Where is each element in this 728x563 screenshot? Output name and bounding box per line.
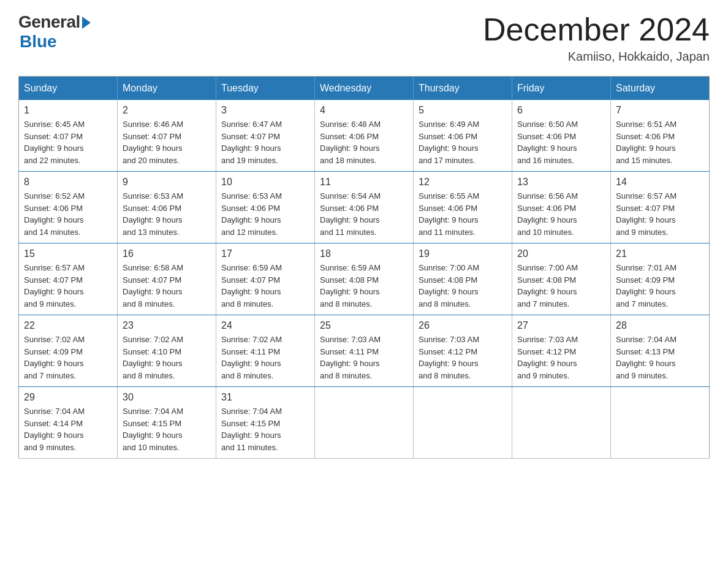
calendar-cell: 22 Sunrise: 7:02 AM Sunset: 4:09 PM Dayl… xyxy=(19,315,118,387)
calendar-cell: 4 Sunrise: 6:48 AM Sunset: 4:06 PM Dayli… xyxy=(315,100,414,172)
calendar-cell xyxy=(315,387,414,459)
calendar-cell: 18 Sunrise: 6:59 AM Sunset: 4:08 PM Dayl… xyxy=(315,243,414,315)
day-info: Sunrise: 6:57 AM Sunset: 4:07 PM Dayligh… xyxy=(616,190,704,238)
calendar-cell: 17 Sunrise: 6:59 AM Sunset: 4:07 PM Dayl… xyxy=(216,243,315,315)
title-section: December 2024 Kamiiso, Hokkaido, Japan xyxy=(483,12,710,64)
day-number: 22 xyxy=(24,320,112,331)
calendar-cell xyxy=(611,387,710,459)
calendar-cell: 25 Sunrise: 7:03 AM Sunset: 4:11 PM Dayl… xyxy=(315,315,414,387)
day-info: Sunrise: 6:57 AM Sunset: 4:07 PM Dayligh… xyxy=(24,262,112,310)
calendar-cell: 2 Sunrise: 6:46 AM Sunset: 4:07 PM Dayli… xyxy=(118,100,216,172)
calendar-cell xyxy=(512,387,611,459)
day-number: 24 xyxy=(221,320,309,331)
day-number: 30 xyxy=(123,392,211,403)
day-info: Sunrise: 6:53 AM Sunset: 4:06 PM Dayligh… xyxy=(123,190,211,238)
calendar-cell: 19 Sunrise: 7:00 AM Sunset: 4:08 PM Dayl… xyxy=(414,243,512,315)
day-number: 29 xyxy=(24,392,112,403)
day-number: 17 xyxy=(221,248,309,259)
header-friday: Friday xyxy=(512,77,611,101)
calendar-cell: 24 Sunrise: 7:02 AM Sunset: 4:11 PM Dayl… xyxy=(216,315,315,387)
calendar-cell: 28 Sunrise: 7:04 AM Sunset: 4:13 PM Dayl… xyxy=(611,315,710,387)
day-info: Sunrise: 6:52 AM Sunset: 4:06 PM Dayligh… xyxy=(24,190,112,238)
day-number: 7 xyxy=(616,105,704,116)
day-info: Sunrise: 7:02 AM Sunset: 4:10 PM Dayligh… xyxy=(123,334,211,381)
day-number: 2 xyxy=(123,105,211,116)
day-number: 9 xyxy=(123,177,211,188)
day-info: Sunrise: 7:02 AM Sunset: 4:11 PM Dayligh… xyxy=(221,334,309,381)
calendar-cell: 13 Sunrise: 6:56 AM Sunset: 4:06 PM Dayl… xyxy=(512,172,611,243)
calendar-cell: 9 Sunrise: 6:53 AM Sunset: 4:06 PM Dayli… xyxy=(118,172,216,243)
day-number: 18 xyxy=(320,248,408,259)
header-thursday: Thursday xyxy=(414,77,512,101)
day-number: 1 xyxy=(24,105,112,116)
day-info: Sunrise: 6:48 AM Sunset: 4:06 PM Dayligh… xyxy=(320,118,408,166)
calendar-cell: 3 Sunrise: 6:47 AM Sunset: 4:07 PM Dayli… xyxy=(216,100,315,172)
day-info: Sunrise: 6:49 AM Sunset: 4:06 PM Dayligh… xyxy=(419,118,507,166)
day-info: Sunrise: 7:04 AM Sunset: 4:13 PM Dayligh… xyxy=(616,334,704,381)
calendar-cell: 6 Sunrise: 6:50 AM Sunset: 4:06 PM Dayli… xyxy=(512,100,611,172)
day-info: Sunrise: 6:46 AM Sunset: 4:07 PM Dayligh… xyxy=(123,118,211,166)
day-number: 10 xyxy=(221,177,309,188)
month-title: December 2024 xyxy=(483,12,710,47)
calendar-cell: 26 Sunrise: 7:03 AM Sunset: 4:12 PM Dayl… xyxy=(414,315,512,387)
day-number: 12 xyxy=(419,177,507,188)
logo-general-text: General xyxy=(18,12,80,32)
day-number: 4 xyxy=(320,105,408,116)
calendar-cell: 23 Sunrise: 7:02 AM Sunset: 4:10 PM Dayl… xyxy=(118,315,216,387)
header-tuesday: Tuesday xyxy=(216,77,315,101)
calendar-cell xyxy=(414,387,512,459)
calendar-cell: 12 Sunrise: 6:55 AM Sunset: 4:06 PM Dayl… xyxy=(414,172,512,243)
calendar-cell: 15 Sunrise: 6:57 AM Sunset: 4:07 PM Dayl… xyxy=(19,243,118,315)
location-label: Kamiiso, Hokkaido, Japan xyxy=(483,50,710,64)
day-info: Sunrise: 7:00 AM Sunset: 4:08 PM Dayligh… xyxy=(419,262,507,310)
day-number: 23 xyxy=(123,320,211,331)
header-monday: Monday xyxy=(118,77,216,101)
calendar-cell: 29 Sunrise: 7:04 AM Sunset: 4:14 PM Dayl… xyxy=(19,387,118,459)
calendar-cell: 8 Sunrise: 6:52 AM Sunset: 4:06 PM Dayli… xyxy=(19,172,118,243)
weekday-header-row: Sunday Monday Tuesday Wednesday Thursday… xyxy=(19,77,710,101)
day-number: 6 xyxy=(517,105,605,116)
day-info: Sunrise: 6:50 AM Sunset: 4:06 PM Dayligh… xyxy=(517,118,605,166)
day-info: Sunrise: 7:00 AM Sunset: 4:08 PM Dayligh… xyxy=(517,262,605,310)
day-number: 15 xyxy=(24,248,112,259)
day-number: 3 xyxy=(221,105,309,116)
week-row-2: 8 Sunrise: 6:52 AM Sunset: 4:06 PM Dayli… xyxy=(19,172,710,243)
day-info: Sunrise: 6:59 AM Sunset: 4:07 PM Dayligh… xyxy=(221,262,309,310)
day-info: Sunrise: 6:45 AM Sunset: 4:07 PM Dayligh… xyxy=(24,118,112,166)
day-number: 5 xyxy=(419,105,507,116)
week-row-1: 1 Sunrise: 6:45 AM Sunset: 4:07 PM Dayli… xyxy=(19,100,710,172)
day-info: Sunrise: 6:51 AM Sunset: 4:06 PM Dayligh… xyxy=(616,118,704,166)
calendar-table: Sunday Monday Tuesday Wednesday Thursday… xyxy=(18,76,710,459)
calendar-cell: 21 Sunrise: 7:01 AM Sunset: 4:09 PM Dayl… xyxy=(611,243,710,315)
page-header: General Blue December 2024 Kamiiso, Hokk… xyxy=(18,12,710,64)
week-row-3: 15 Sunrise: 6:57 AM Sunset: 4:07 PM Dayl… xyxy=(19,243,710,315)
calendar-cell: 27 Sunrise: 7:03 AM Sunset: 4:12 PM Dayl… xyxy=(512,315,611,387)
calendar-cell: 20 Sunrise: 7:00 AM Sunset: 4:08 PM Dayl… xyxy=(512,243,611,315)
header-wednesday: Wednesday xyxy=(315,77,414,101)
day-info: Sunrise: 7:04 AM Sunset: 4:15 PM Dayligh… xyxy=(221,405,309,453)
day-info: Sunrise: 7:02 AM Sunset: 4:09 PM Dayligh… xyxy=(24,334,112,381)
week-row-4: 22 Sunrise: 7:02 AM Sunset: 4:09 PM Dayl… xyxy=(19,315,710,387)
day-info: Sunrise: 6:54 AM Sunset: 4:06 PM Dayligh… xyxy=(320,190,408,238)
day-number: 28 xyxy=(616,320,704,331)
day-info: Sunrise: 7:03 AM Sunset: 4:12 PM Dayligh… xyxy=(419,334,507,381)
day-number: 31 xyxy=(221,392,309,403)
day-number: 16 xyxy=(123,248,211,259)
calendar-cell: 10 Sunrise: 6:53 AM Sunset: 4:06 PM Dayl… xyxy=(216,172,315,243)
day-number: 19 xyxy=(419,248,507,259)
day-info: Sunrise: 7:01 AM Sunset: 4:09 PM Dayligh… xyxy=(616,262,704,310)
day-info: Sunrise: 6:58 AM Sunset: 4:07 PM Dayligh… xyxy=(123,262,211,310)
header-sunday: Sunday xyxy=(19,77,118,101)
logo: General Blue xyxy=(18,12,91,52)
day-info: Sunrise: 6:47 AM Sunset: 4:07 PM Dayligh… xyxy=(221,118,309,166)
calendar-cell: 11 Sunrise: 6:54 AM Sunset: 4:06 PM Dayl… xyxy=(315,172,414,243)
day-number: 11 xyxy=(320,177,408,188)
logo-triangle-icon xyxy=(82,17,91,29)
day-number: 13 xyxy=(517,177,605,188)
calendar-cell: 30 Sunrise: 7:04 AM Sunset: 4:15 PM Dayl… xyxy=(118,387,216,459)
logo-blue-text: Blue xyxy=(20,32,57,52)
day-info: Sunrise: 7:03 AM Sunset: 4:12 PM Dayligh… xyxy=(517,334,605,381)
day-info: Sunrise: 7:04 AM Sunset: 4:15 PM Dayligh… xyxy=(123,405,211,453)
day-info: Sunrise: 6:53 AM Sunset: 4:06 PM Dayligh… xyxy=(221,190,309,238)
calendar-cell: 14 Sunrise: 6:57 AM Sunset: 4:07 PM Dayl… xyxy=(611,172,710,243)
